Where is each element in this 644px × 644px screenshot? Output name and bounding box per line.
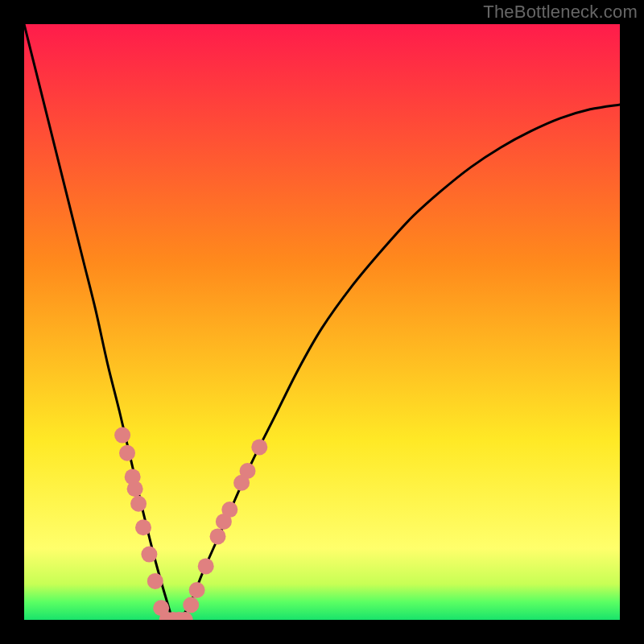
- svg-point-14: [183, 597, 199, 613]
- svg-rect-0: [24, 24, 620, 620]
- svg-point-7: [141, 547, 157, 563]
- svg-point-6: [135, 519, 151, 535]
- svg-point-16: [198, 558, 214, 574]
- svg-point-1: [114, 427, 130, 444]
- watermark-text: TheBottleneck.com: [483, 2, 638, 23]
- svg-point-15: [189, 582, 205, 598]
- svg-point-21: [240, 463, 256, 479]
- svg-point-19: [221, 502, 237, 518]
- bottleneck-curve-chart: [24, 24, 620, 620]
- plot-area: [24, 24, 620, 620]
- svg-point-22: [251, 439, 267, 455]
- svg-point-4: [127, 481, 143, 497]
- svg-point-2: [119, 445, 135, 461]
- svg-point-8: [147, 573, 163, 589]
- svg-point-5: [130, 496, 147, 512]
- svg-point-17: [210, 528, 226, 544]
- chart-frame: TheBottleneck.com: [0, 0, 644, 644]
